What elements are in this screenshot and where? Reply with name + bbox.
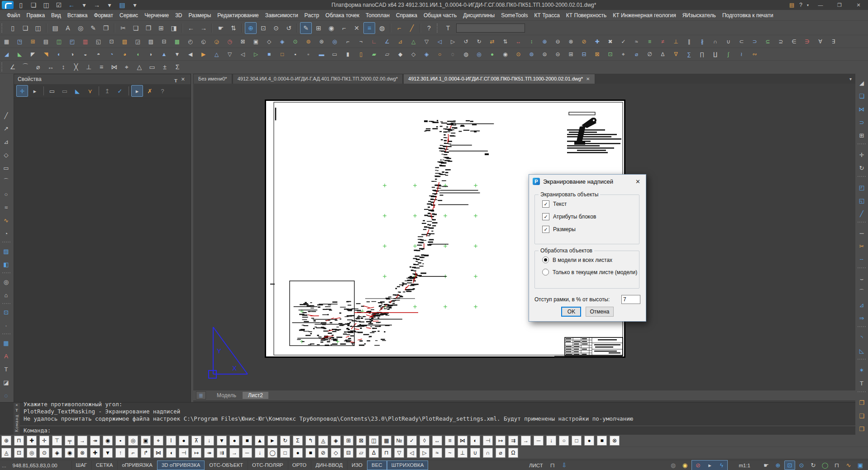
spline-icon[interactable]: ∿ <box>0 215 12 226</box>
center-mark-icon[interactable]: ⌖ <box>121 61 133 73</box>
tool-icon[interactable]: ↔ <box>432 436 442 446</box>
tool-icon[interactable]: ▽ <box>394 448 404 458</box>
undo-dropdown-icon[interactable]: ▾ <box>78 0 90 11</box>
tool-icon[interactable]: ◉ <box>65 448 75 458</box>
radio-row[interactable]: В модели и всех листах <box>542 256 639 263</box>
toggle-отс-поляр[interactable]: ОТС-ПОЛЯР <box>248 461 288 470</box>
arc-icon[interactable]: ⌒ <box>0 176 12 187</box>
pan-hand-icon[interactable]: ☛ <box>761 461 772 470</box>
tab-list-dropdown-icon[interactable]: ▾ <box>846 76 855 81</box>
tool-icon[interactable]: ◇ <box>408 49 419 59</box>
tool-icon[interactable]: ⊗ <box>77 448 87 458</box>
paste-block-icon[interactable]: ◨ <box>168 22 180 34</box>
help-dropdown-icon[interactable]: ▾ <box>805 3 811 7</box>
ok-button[interactable]: OK <box>561 307 581 317</box>
toggle-шаг[interactable]: ШАГ <box>72 461 91 470</box>
point-icon[interactable]: · <box>0 320 12 331</box>
tool-icon[interactable]: ◶ <box>211 36 222 47</box>
extend-icon[interactable]: ╌ <box>856 254 868 265</box>
menu-sometools[interactable]: SomeTools <box>498 10 531 21</box>
tool-icon[interactable]: ◁ <box>407 448 417 458</box>
sheet-lock-icon[interactable]: ⊓ <box>547 461 558 470</box>
tool-icon[interactable]: ⊞ <box>28 36 38 47</box>
toggle-опривязка[interactable]: оПРИВЯЗКА <box>117 461 157 470</box>
annotation-scale[interactable]: m1:1 <box>735 463 754 468</box>
chamfer-icon[interactable]: ◺ <box>856 345 868 356</box>
tool-icon[interactable]: ◒ <box>80 49 91 59</box>
tool-icon[interactable]: ⊞ <box>566 49 576 59</box>
tool-icon[interactable]: ◤ <box>28 49 38 59</box>
menu-кт-трасса[interactable]: КТ Трасса <box>531 10 563 21</box>
tool-icon[interactable]: ◐ <box>470 436 480 446</box>
tool-icon[interactable]: ▧ <box>119 36 130 47</box>
tool-icon[interactable]: ▼ <box>217 436 227 446</box>
tool-icon[interactable]: ↕ <box>526 36 537 47</box>
tool-icon[interactable]: ∀ <box>815 36 825 47</box>
toolbar-grip[interactable] <box>2 272 10 274</box>
tool-icon[interactable]: ⌖ <box>618 49 629 59</box>
tool-icon[interactable]: ⊞ <box>343 436 353 446</box>
tool-icon[interactable]: ● <box>584 436 594 446</box>
tool-icon[interactable]: ◰ <box>67 36 77 47</box>
tool-icon[interactable]: ⊆ <box>763 36 773 47</box>
tool-icon[interactable]: ↻ <box>474 36 484 47</box>
tool-icon[interactable]: ╤ <box>65 436 75 446</box>
tool-icon[interactable]: ↠ <box>90 436 100 446</box>
select-fence-icon[interactable]: ◣ <box>72 85 83 97</box>
tool-icon[interactable]: ✚ <box>592 36 602 47</box>
sheet-edit-icon[interactable]: ✎ <box>87 22 99 34</box>
tool-icon[interactable]: ⌐ <box>128 448 138 458</box>
tool-icon[interactable]: ◓ <box>93 49 104 59</box>
new-file-icon[interactable]: ▯ <box>15 0 27 11</box>
tool-icon[interactable]: ⊖ <box>553 36 563 47</box>
rect-tool-icon[interactable]: ▭ <box>146 61 158 73</box>
triangle-tool-icon[interactable]: △ <box>134 61 145 73</box>
zoom-object-icon[interactable]: ⊙ <box>796 461 807 470</box>
tool-icon[interactable]: ⊗ <box>566 36 576 47</box>
tool-icon[interactable]: ◉ <box>103 436 113 446</box>
radio-row[interactable]: Только в текущем листе (модели) <box>542 269 639 275</box>
tool-icon[interactable]: ⌀ <box>631 49 642 59</box>
tool-icon[interactable]: ∋ <box>802 36 812 47</box>
perpendicular-icon[interactable]: ⊥ <box>83 61 95 73</box>
tool-icon[interactable]: ⇄ <box>487 36 497 47</box>
toolbar-grip[interactable] <box>858 326 866 330</box>
array-icon[interactable]: ⊞ <box>856 130 868 141</box>
close-button[interactable]: ✕ <box>849 0 868 10</box>
tool-icon[interactable]: ◢ <box>1 49 12 59</box>
menu-растр[interactable]: Растр <box>301 10 322 21</box>
tool-icon[interactable]: ◳ <box>14 36 25 47</box>
tool-icon[interactable]: ⊘ <box>579 36 589 47</box>
new-file-icon[interactable]: ▯ <box>7 22 19 34</box>
tool-icon[interactable]: ≀ <box>736 49 747 59</box>
mirror-icon[interactable]: ⋈ <box>856 104 868 115</box>
tool-icon[interactable]: ⌀ <box>496 448 506 458</box>
tool-icon[interactable]: ◈ <box>52 448 62 458</box>
tool-icon[interactable]: ⊂ <box>736 36 747 47</box>
tool-icon[interactable]: ⊠ <box>592 49 602 59</box>
menu-вставка[interactable]: Вставка <box>64 10 91 21</box>
cancel-button[interactable]: Отмена <box>586 307 613 317</box>
tool-icon[interactable]: ∩ <box>710 36 720 47</box>
tool-icon[interactable]: ▩ <box>172 36 182 47</box>
toolbar-grip[interactable] <box>858 359 866 362</box>
tool-icon[interactable]: ◁ <box>434 36 445 47</box>
tool-icon[interactable]: ⇉ <box>217 448 227 458</box>
tool-icon[interactable]: □ <box>572 436 582 446</box>
group-icon[interactable]: ◌ <box>0 390 12 401</box>
tab-close-icon[interactable]: ✕ <box>586 74 590 84</box>
redo-dropdown-icon[interactable]: ▾ <box>104 0 115 11</box>
tool-icon[interactable]: ∪ <box>470 448 480 458</box>
cursor-dynamic-icon[interactable]: ϟ <box>716 461 727 470</box>
tool-icon[interactable]: ↻ <box>280 436 290 446</box>
tool-icon[interactable]: ◈ <box>331 436 341 446</box>
tool-icon[interactable]: ⊙ <box>513 49 524 59</box>
close-icon[interactable]: ✕ <box>15 403 18 407</box>
toggle-изо[interactable]: ИЗО <box>347 461 367 470</box>
zoom-in-icon[interactable]: ⊕ <box>773 461 783 470</box>
tool-icon[interactable]: ✚ <box>27 436 37 446</box>
menu-яизыскатель[interactable]: ЯИзыскатель <box>679 10 719 21</box>
line-icon[interactable]: ╱ <box>0 110 12 121</box>
tool-icon[interactable]: ⊟ <box>159 36 169 47</box>
tool-icon[interactable]: ▼ <box>172 49 182 59</box>
